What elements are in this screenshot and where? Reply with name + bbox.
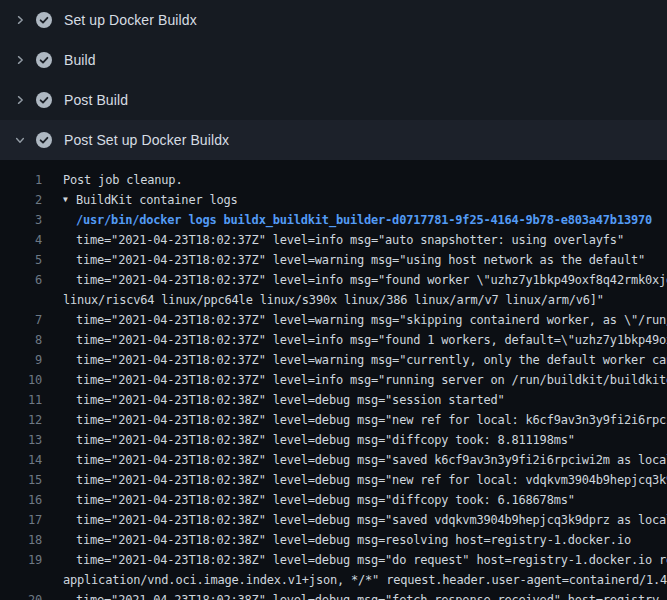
chevron-right-icon [14, 54, 26, 66]
log-row: 9 time="2021-04-23T18:02:37Z" level=warn… [0, 350, 667, 370]
step-label: Set up Docker Buildx [64, 12, 197, 28]
log-row: 10 time="2021-04-23T18:02:37Z" level=inf… [0, 370, 667, 390]
line-text: time="2021-04-23T18:02:37Z" level=info m… [76, 270, 667, 290]
line-text: time="2021-04-23T18:02:38Z" level=debug … [76, 590, 667, 600]
line-text: /usr/bin/docker logs buildx_buildkit_bui… [76, 210, 652, 230]
line-number[interactable]: 14 [0, 450, 42, 470]
line-number[interactable] [0, 290, 42, 310]
log-row: 19 time="2021-04-23T18:02:38Z" level=deb… [0, 550, 667, 570]
line-number[interactable]: 10 [0, 370, 42, 390]
line-text: application/vnd.oci.image.index.v1+json,… [63, 570, 667, 590]
line-text: time="2021-04-23T18:02:38Z" level=debug … [76, 550, 667, 570]
chevron-right-icon [14, 14, 26, 26]
log-row: 12 time="2021-04-23T18:02:38Z" level=deb… [0, 410, 667, 430]
log-row: 1 Post job cleanup. [0, 170, 667, 190]
step-label: Build [64, 52, 96, 68]
log-row: 2 ▼ BuildKit container logs [0, 190, 667, 210]
log-row: 15 time="2021-04-23T18:02:38Z" level=deb… [0, 470, 667, 490]
line-text: Post job cleanup. [63, 170, 182, 190]
log-row: linux/riscv64 linux/ppc64le linux/s390x … [0, 290, 667, 310]
line-text: time="2021-04-23T18:02:38Z" level=debug … [76, 490, 575, 510]
steps-list: Set up Docker Buildx Build Post Build [0, 0, 667, 160]
log-row: 6 time="2021-04-23T18:02:37Z" level=info… [0, 270, 667, 290]
line-number[interactable] [0, 570, 42, 590]
log-panel: 1 Post job cleanup. 2 ▼ BuildKit contain… [0, 160, 667, 600]
step-row-set-up-docker-buildx[interactable]: Set up Docker Buildx [0, 0, 667, 40]
check-circle-icon [36, 52, 52, 68]
log-row: application/vnd.oci.image.index.v1+json,… [0, 570, 667, 590]
check-circle-icon [36, 12, 52, 28]
chevron-down-icon [14, 134, 26, 146]
line-text: time="2021-04-23T18:02:37Z" level=warnin… [76, 350, 667, 370]
check-circle-icon [36, 92, 52, 108]
line-text: time="2021-04-23T18:02:37Z" level=info m… [76, 230, 624, 250]
log-row: 20 time="2021-04-23T18:02:38Z" level=deb… [0, 590, 667, 600]
line-text: time="2021-04-23T18:02:38Z" level=debug … [76, 430, 575, 450]
log-row: 14 time="2021-04-23T18:02:38Z" level=deb… [0, 450, 667, 470]
log-row: 16 time="2021-04-23T18:02:38Z" level=deb… [0, 490, 667, 510]
line-number[interactable]: 17 [0, 510, 42, 530]
log-row: 7 time="2021-04-23T18:02:37Z" level=warn… [0, 310, 667, 330]
step-row-post-build[interactable]: Post Build [0, 80, 667, 120]
line-number[interactable]: 20 [0, 590, 42, 600]
line-text: BuildKit container logs [76, 190, 238, 210]
line-number[interactable]: 6 [0, 270, 42, 290]
line-text: linux/riscv64 linux/ppc64le linux/s390x … [63, 290, 604, 310]
caret-down-icon[interactable]: ▼ [63, 190, 76, 210]
log-row: 13 time="2021-04-23T18:02:38Z" level=deb… [0, 430, 667, 450]
line-text: time="2021-04-23T18:02:38Z" level=debug … [76, 410, 667, 430]
line-text: time="2021-04-23T18:02:38Z" level=debug … [76, 450, 667, 470]
line-number[interactable]: 9 [0, 350, 42, 370]
line-number[interactable]: 2 [0, 190, 42, 210]
log-row: 4 time="2021-04-23T18:02:37Z" level=info… [0, 230, 667, 250]
line-text: time="2021-04-23T18:02:37Z" level=info m… [76, 370, 667, 390]
log-row: 18 time="2021-04-23T18:02:38Z" level=deb… [0, 530, 667, 550]
line-number[interactable]: 4 [0, 230, 42, 250]
step-row-post-set-up-docker-buildx[interactable]: Post Set up Docker Buildx [0, 120, 667, 160]
line-text: time="2021-04-23T18:02:38Z" level=debug … [76, 510, 667, 530]
line-text: time="2021-04-23T18:02:37Z" level=info m… [76, 330, 667, 350]
line-number[interactable]: 16 [0, 490, 42, 510]
log-row: 11 time="2021-04-23T18:02:38Z" level=deb… [0, 390, 667, 410]
line-number[interactable]: 8 [0, 330, 42, 350]
line-text: time="2021-04-23T18:02:38Z" level=debug … [76, 390, 505, 410]
check-circle-icon [36, 132, 52, 148]
line-number[interactable]: 3 [0, 210, 42, 230]
line-text: time="2021-04-23T18:02:37Z" level=warnin… [76, 310, 667, 330]
log-row: 5 time="2021-04-23T18:02:37Z" level=warn… [0, 250, 667, 270]
step-row-build[interactable]: Build [0, 40, 667, 80]
step-label: Post Build [64, 92, 128, 108]
line-number[interactable]: 18 [0, 530, 42, 550]
line-text: time="2021-04-23T18:02:38Z" level=debug … [76, 530, 631, 550]
line-number[interactable]: 1 [0, 170, 42, 190]
line-number[interactable]: 19 [0, 550, 42, 570]
log-row: 3 /usr/bin/docker logs buildx_buildkit_b… [0, 210, 667, 230]
line-number[interactable]: 5 [0, 250, 42, 270]
step-label: Post Set up Docker Buildx [64, 132, 229, 148]
line-text: time="2021-04-23T18:02:37Z" level=warnin… [76, 250, 645, 270]
line-number[interactable]: 11 [0, 390, 42, 410]
line-text: time="2021-04-23T18:02:38Z" level=debug … [76, 470, 667, 490]
actions-log-viewer: Set up Docker Buildx Build Post Build [0, 0, 667, 600]
log-row: 8 time="2021-04-23T18:02:37Z" level=info… [0, 330, 667, 350]
log-row: 17 time="2021-04-23T18:02:38Z" level=deb… [0, 510, 667, 530]
chevron-right-icon [14, 94, 26, 106]
line-number[interactable]: 12 [0, 410, 42, 430]
line-number[interactable]: 7 [0, 310, 42, 330]
line-number[interactable]: 13 [0, 430, 42, 450]
line-number[interactable]: 15 [0, 470, 42, 490]
